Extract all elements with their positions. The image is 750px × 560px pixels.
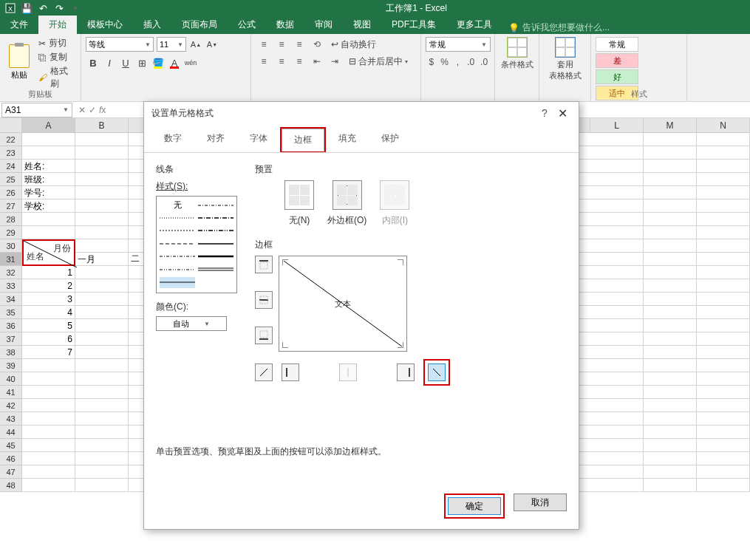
italic-button[interactable]: I [102,55,117,71]
style-normal[interactable]: 常规 [596,37,638,52]
decrease-indent-button[interactable]: ⇤ [309,54,325,69]
border-diag-up-button[interactable] [255,363,273,381]
format-painter-button[interactable]: 🖌格式刷 [38,65,76,90]
cell[interactable]: 一月 [75,253,129,266]
row-header[interactable]: 46 [0,452,22,465]
border-middle-v-button[interactable] [339,363,357,381]
percent-format-button[interactable]: % [439,55,451,69]
border-middle-h-button[interactable] [255,291,273,309]
fill-color-button[interactable]: 🪣 [151,55,166,71]
align-bottom-button[interactable]: ≡ [291,37,307,52]
tab-home[interactable]: 开始 [38,16,77,34]
qat-dropdown-icon[interactable]: ▼ [68,1,83,16]
tell-me-box[interactable]: 💡 告诉我您想要做什么... [508,21,610,34]
orientation-button[interactable]: ⟲ [309,37,325,52]
save-icon[interactable]: 💾 [19,1,34,16]
dlg-tab-fill[interactable]: 填充 [326,127,369,152]
tab-template[interactable]: 模板中心 [77,16,133,34]
tab-formulas[interactable]: 公式 [228,16,266,34]
cell[interactable]: 姓名: [22,160,75,173]
line-style-option[interactable] [160,238,195,249]
comma-format-button[interactable]: , [452,55,464,69]
row-header[interactable]: 30 [0,239,22,253]
align-middle-button[interactable]: ≡ [273,37,290,52]
cell[interactable]: 学号: [22,186,75,199]
cell[interactable]: 学校: [22,199,75,213]
row-header[interactable]: 37 [0,332,22,346]
row-header[interactable]: 28 [0,213,22,226]
row-header[interactable]: 39 [0,359,22,372]
row-header[interactable]: 48 [0,479,22,492]
align-center-button[interactable]: ≡ [273,54,290,69]
cancel-button[interactable]: 取消 [514,494,567,511]
tab-more[interactable]: 更多工具 [446,16,502,34]
col-header-A[interactable]: A [22,118,75,132]
line-style-option[interactable] [198,199,233,211]
border-diag-down-button[interactable] [428,363,446,381]
style-bad[interactable]: 差 [596,53,638,68]
row-header[interactable]: 45 [0,439,22,452]
dlg-tab-border[interactable]: 边框 [282,129,324,151]
row-header[interactable]: 24 [0,160,22,173]
align-right-button[interactable]: ≡ [291,54,307,69]
border-button[interactable]: ⊞ [134,55,149,71]
help-icon[interactable]: ? [536,107,553,119]
cell[interactable]: 6 [22,332,75,346]
phonetic-button[interactable]: wén [183,55,198,71]
col-header-M[interactable]: M [644,118,697,132]
row-header[interactable]: 42 [0,399,22,412]
tab-pdftools[interactable]: PDF工具集 [381,16,446,34]
copy-button[interactable]: ⿻复制 [38,51,76,64]
row-header[interactable]: 26 [0,186,22,199]
col-header-N[interactable]: N [697,118,750,132]
increase-decimal-button[interactable]: .0 [465,55,477,69]
dlg-tab-font[interactable]: 字体 [237,127,280,152]
row-header[interactable]: 22 [0,133,22,146]
row-header[interactable]: 41 [0,386,22,399]
enter-formula-icon[interactable]: ✓ [89,105,96,115]
align-left-button[interactable]: ≡ [256,54,272,69]
dialog-title-bar[interactable]: 设置单元格格式 ? ✕ [144,102,579,124]
row-header[interactable]: 44 [0,426,22,439]
close-icon[interactable]: ✕ [553,106,571,120]
preset-inside-button[interactable]: 内部(I) [380,180,409,227]
cancel-formula-icon[interactable]: ✕ [78,105,86,115]
ok-button[interactable]: 确定 [448,497,501,515]
redo-icon[interactable]: ↷ [52,1,67,16]
preset-none-button[interactable]: 无(N) [284,180,314,227]
conditional-format-button[interactable]: 条件格式 [501,37,533,70]
align-top-button[interactable]: ≡ [256,37,272,52]
row-header[interactable]: 27 [0,199,22,213]
border-left-button[interactable] [282,363,299,381]
font-color-button[interactable]: A [167,55,182,71]
cell[interactable]: 4 [22,306,75,319]
cut-button[interactable]: ✂剪切 [38,37,76,49]
line-style-list[interactable]: 无 [156,196,237,293]
line-style-option[interactable] [160,251,195,262]
tab-file[interactable]: 文件 [0,16,38,34]
border-bottom-button[interactable] [255,327,273,344]
diagonal-header-cell[interactable]: 月份 姓名 [22,239,75,266]
border-top-button[interactable] [255,256,273,273]
row-header[interactable]: 38 [0,346,22,359]
name-box[interactable]: A31▼ [1,103,72,117]
dlg-tab-protect[interactable]: 保护 [369,127,412,152]
paste-button[interactable]: 粘贴 [4,37,34,87]
cell[interactable]: 班级: [22,173,75,186]
col-header-L[interactable]: L [590,118,644,132]
font-name-select[interactable]: 等线▼ [86,37,154,52]
decrease-decimal-button[interactable]: .0 [478,55,490,69]
line-style-option[interactable] [198,238,233,249]
row-header[interactable]: 25 [0,173,22,186]
border-color-select[interactable]: 自动▼ [156,316,227,331]
row-header[interactable]: 36 [0,319,22,332]
row-header[interactable]: 32 [0,266,22,279]
cell[interactable]: 1 [22,266,75,279]
increase-font-button[interactable]: A▲ [189,37,202,52]
border-preview[interactable]: 文本 [279,256,407,352]
font-size-select[interactable]: 11▼ [157,37,186,52]
line-style-option[interactable] [160,264,195,275]
line-style-option[interactable] [160,212,195,223]
row-header[interactable]: 29 [0,226,22,239]
row-header[interactable]: 35 [0,306,22,319]
